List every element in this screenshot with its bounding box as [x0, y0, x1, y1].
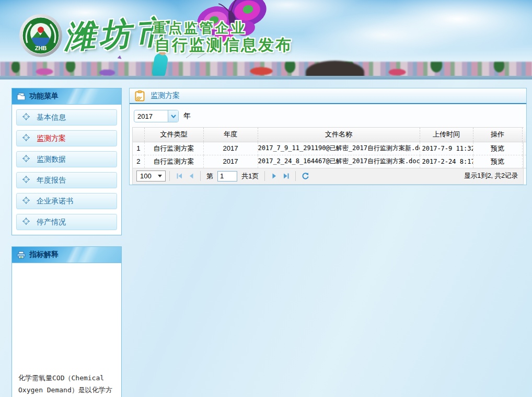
indicator-panel-title: 指标解释	[29, 250, 59, 259]
col-spacer	[522, 128, 526, 142]
page-size-select[interactable]: 100	[136, 171, 166, 182]
content-area: 功能菜单 基本信息 监测方案	[0, 80, 532, 397]
select-arrow-icon	[158, 175, 162, 177]
main-panel-header: 监测方案	[130, 88, 526, 104]
cell-file-name: 2017_7_9_11_291190@已解密_2017自行监测方案新.doc	[258, 142, 420, 155]
indicator-panel: 指标解释 化学需氧量COD（Chemical Oxygen Demand）是以化…	[11, 246, 122, 397]
col-action[interactable]: 操作	[473, 128, 522, 142]
sidebar-item-basic-info[interactable]: 基本信息	[16, 109, 117, 126]
indicator-panel-header: 指标解释	[12, 247, 121, 263]
table-row[interactable]: 1 自行监测方案 2017 2017_7_9_11_291190@已解密_201…	[133, 142, 526, 155]
chevron-down-icon[interactable]	[168, 110, 178, 122]
page-label-suffix: 共1页	[241, 172, 259, 181]
indicator-body: 化学需氧量COD（Chemical Oxygen Demand）是以化学方法	[12, 263, 121, 397]
table-header-row: 文件类型 年度 文件名称 上传时间 操作	[133, 128, 526, 142]
sidebar-item-monitor-plan[interactable]: 监测方案	[16, 130, 117, 146]
cell-spacer	[522, 142, 526, 155]
cell-index: 2	[133, 155, 144, 168]
compass-diamond-icon	[22, 113, 30, 122]
sidebar-item-label: 监测方案	[37, 134, 66, 143]
sidebar-item-label: 监测数据	[37, 155, 66, 164]
last-page-button[interactable]	[280, 171, 292, 182]
sidebar-item-label: 基本信息	[37, 113, 66, 122]
sidebar-item-monitor-data[interactable]: 监测数据	[16, 151, 117, 167]
year-filter-row: 2017 年	[134, 110, 524, 122]
sidebar-item-annual-report[interactable]: 年度报告	[16, 172, 117, 188]
function-menu-list: 基本信息 监测方案 监测数据	[12, 105, 121, 235]
preview-link[interactable]: 预览	[473, 155, 522, 168]
col-upload-time[interactable]: 上传时间	[420, 128, 473, 142]
year-unit-label: 年	[183, 111, 191, 121]
main-body: 2017 年	[130, 104, 526, 185]
indicator-line: 化学需氧量COD（Chemical	[18, 372, 115, 384]
svg-text:ZHB: ZHB	[35, 45, 47, 51]
clipboard-icon	[135, 90, 145, 101]
col-file-type[interactable]: 文件类型	[144, 128, 203, 142]
pager-divider	[295, 171, 296, 181]
banner-ground-strip	[0, 76, 532, 80]
function-menu-header: 功能菜单	[12, 88, 121, 105]
cell-upload-time: 2017-2-24 8:17:06	[420, 155, 473, 168]
cell-spacer	[522, 155, 526, 168]
col-file-name[interactable]: 文件名称	[258, 128, 420, 142]
year-select-value: 2017	[134, 110, 168, 122]
refresh-icon[interactable]	[299, 171, 311, 182]
cell-file-type: 自行监测方案	[144, 142, 203, 155]
compass-diamond-icon	[22, 197, 30, 206]
cell-year: 2017	[203, 142, 258, 155]
sidebar-item-label: 企业承诺书	[37, 197, 73, 206]
cell-file-type: 自行监测方案	[144, 155, 203, 168]
cell-upload-time: 2017-7-9 11:32:15	[420, 142, 473, 155]
compass-diamond-icon	[22, 176, 30, 185]
printer-icon	[17, 251, 26, 259]
compass-diamond-icon	[22, 155, 30, 164]
pager-divider	[200, 171, 201, 181]
banner: ZHB 潍坊市 重点监管企业 自行监测信息发布	[0, 0, 532, 80]
page-label-prefix: 第	[206, 172, 213, 181]
main-panel: 监测方案 2017 年	[129, 88, 527, 185]
preview-link[interactable]: 预览	[473, 142, 522, 155]
page-number-input[interactable]	[217, 171, 237, 182]
compass-diamond-icon	[22, 134, 30, 143]
pager-divider	[264, 171, 265, 181]
col-index	[133, 128, 144, 142]
first-page-button[interactable]	[174, 171, 185, 182]
prev-page-button[interactable]	[185, 171, 196, 182]
page-size-value: 100	[140, 172, 152, 180]
compass-diamond-icon	[22, 218, 30, 227]
pager-divider	[169, 171, 170, 181]
sidebar-item-label: 停产情况	[37, 218, 66, 227]
zhb-environment-logo: ZHB	[19, 14, 63, 58]
sidebar-item-label: 年度报告	[37, 176, 66, 185]
table-row[interactable]: 2 自行监测方案 2017 2017_2_24_8_164467@已解密_201…	[133, 155, 526, 168]
indicator-line: Oxygen Demand）是以化学方法	[18, 384, 115, 397]
folder-icon	[17, 93, 26, 100]
pager-bar: 100 第 共1页	[133, 168, 523, 184]
banner-subtitle-2: 自行监测信息发布	[155, 35, 293, 56]
year-select[interactable]: 2017	[134, 110, 179, 122]
cell-file-name: 2017_2_24_8_164467@已解密_2017自行监测方案.doc	[258, 155, 420, 168]
sidebar-item-shutdown[interactable]: 停产情况	[16, 214, 117, 230]
indicator-scroll-text: 化学需氧量COD（Chemical Oxygen Demand）是以化学方法	[12, 372, 121, 397]
page-title: 监测方案	[151, 91, 180, 100]
cell-year: 2017	[203, 155, 258, 168]
sidebar-item-commitment[interactable]: 企业承诺书	[16, 193, 117, 209]
next-page-button[interactable]	[269, 171, 280, 182]
function-menu-panel: 功能菜单 基本信息 监测方案	[11, 88, 122, 235]
page: ZHB 潍坊市 重点监管企业 自行监测信息发布 功能菜单	[0, 0, 532, 397]
files-table: 文件类型 年度 文件名称 上传时间 操作 1 自行监测方案	[133, 128, 526, 168]
col-year[interactable]: 年度	[203, 128, 258, 142]
sidebar: 功能菜单 基本信息 监测方案	[11, 88, 122, 397]
data-grid: 文件类型 年度 文件名称 上传时间 操作 1 自行监测方案	[132, 127, 524, 185]
pager-status-text: 显示1到2, 共2记录	[464, 172, 519, 180]
cell-index: 1	[133, 142, 144, 155]
function-menu-title: 功能菜单	[29, 92, 59, 101]
